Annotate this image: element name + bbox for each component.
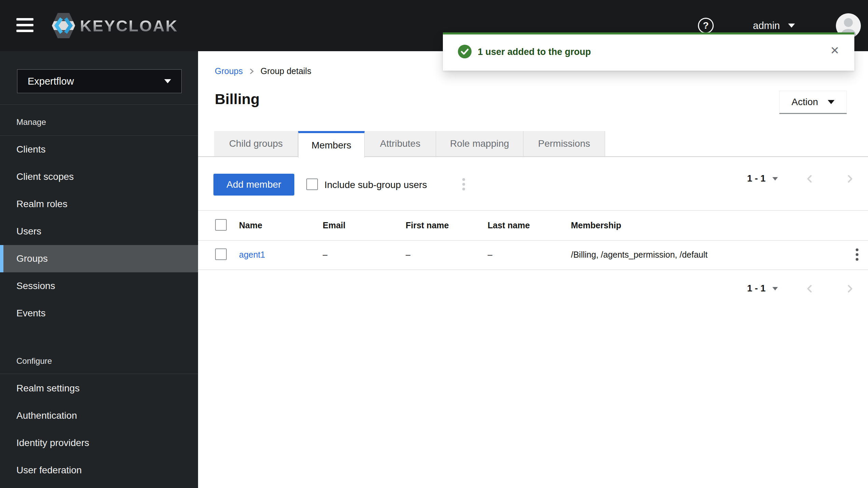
chevron-right-icon [249, 68, 254, 75]
keycloak-logo: KEYCLOAK [52, 12, 178, 39]
tab-role-mapping[interactable]: Role mapping [436, 131, 523, 156]
realm-selector[interactable]: Expertflow [17, 69, 182, 93]
pagination-range-label: 1 - 1 [747, 283, 766, 294]
member-first-name-cell: – [406, 250, 410, 260]
pagination-next-button[interactable] [845, 174, 855, 184]
toast-message: 1 user added to the group [478, 47, 591, 57]
sidebar-item-events[interactable]: Events [0, 300, 198, 327]
main-content: Groups Group details Billing Action Chil… [198, 51, 868, 488]
select-all-checkbox[interactable] [215, 219, 227, 231]
pagination-prev-button[interactable] [804, 174, 815, 184]
sidebar-item-sessions[interactable]: Sessions [0, 272, 198, 300]
pagination-top: 1 - 1 [747, 173, 855, 184]
caret-down-icon [772, 287, 778, 290]
column-header-membership: Membership [571, 220, 621, 230]
include-subgroups-label[interactable]: Include sub-group users [324, 180, 427, 190]
column-header-name: Name [239, 220, 262, 230]
toast-close-button[interactable]: ✕ [830, 44, 839, 57]
sidebar-item-users[interactable]: Users [0, 218, 198, 245]
realm-selector-value: Expertflow [28, 76, 74, 87]
pagination-range-toggle[interactable]: 1 - 1 [747, 283, 778, 294]
chevron-left-icon [804, 174, 815, 184]
column-header-last-name: Last name [488, 220, 530, 230]
member-membership-cell: /Billing, /agents_permission, /default [571, 250, 708, 260]
column-header-first-name: First name [406, 220, 449, 230]
pagination-range-label: 1 - 1 [747, 173, 766, 184]
sidebar: Expertflow Manage Clients Client scopes … [0, 51, 198, 488]
chevron-right-icon [845, 174, 855, 184]
sidebar-divider [0, 104, 198, 105]
chevron-right-icon [845, 284, 855, 294]
tab-attributes[interactable]: Attributes [365, 131, 436, 156]
check-circle-icon [458, 45, 472, 60]
app-root: KEYCLOAK ? admin 1 user added to the gro… [0, 0, 868, 488]
chevron-left-icon [804, 284, 815, 294]
breadcrumb-current: Group details [261, 66, 311, 76]
sidebar-item-realm-roles[interactable]: Realm roles [0, 190, 198, 218]
keycloak-hexagon-icon [52, 12, 75, 39]
tab-permissions[interactable]: Permissions [523, 131, 605, 156]
tab-members[interactable]: Members [298, 131, 365, 158]
hamburger-icon [16, 18, 33, 32]
nav-section-manage: Manage [16, 117, 46, 127]
row-kebab-button[interactable] [856, 248, 858, 261]
sidebar-item-user-federation[interactable]: User federation [0, 457, 198, 484]
table-border [198, 210, 868, 211]
action-label: Action [792, 97, 818, 107]
include-subgroups-checkbox[interactable] [306, 178, 318, 190]
member-email-cell: – [323, 250, 327, 260]
sidebar-item-client-scopes[interactable]: Client scopes [0, 163, 198, 190]
member-name-link[interactable]: agent1 [239, 250, 265, 260]
question-circle-icon: ? [703, 20, 709, 31]
sidebar-item-realm-settings[interactable]: Realm settings [0, 375, 198, 402]
brand-text: KEYCLOAK [80, 16, 178, 35]
help-button[interactable]: ? [698, 18, 714, 33]
page-title: Billing [215, 91, 260, 107]
pagination-next-button[interactable] [845, 284, 855, 294]
breadcrumb: Groups Group details [215, 66, 311, 76]
sidebar-item-clients[interactable]: Clients [0, 136, 198, 163]
user-menu-button[interactable]: admin [753, 18, 795, 33]
nav-toggle-button[interactable] [16, 18, 33, 32]
add-member-button[interactable]: Add member [213, 174, 294, 196]
nav-section-configure: Configure [16, 356, 52, 366]
member-last-name-cell: – [488, 250, 492, 260]
success-toast: 1 user added to the group ✕ [443, 32, 854, 71]
action-dropdown-button[interactable]: Action [779, 91, 847, 114]
pagination-bottom: 1 - 1 [747, 283, 855, 294]
toolbar-kebab-button[interactable] [462, 178, 465, 190]
breadcrumb-groups-link[interactable]: Groups [215, 66, 243, 76]
caret-down-icon [164, 79, 171, 83]
username-label: admin [753, 20, 780, 31]
sidebar-item-groups[interactable]: Groups [0, 245, 198, 272]
column-header-email: Email [323, 220, 346, 230]
sidebar-divider [0, 374, 198, 374]
caret-down-icon [828, 100, 835, 104]
table-border [198, 240, 868, 241]
caret-down-icon [788, 24, 795, 28]
sidebar-item-identity-providers[interactable]: Identity providers [0, 429, 198, 457]
pagination-range-toggle[interactable]: 1 - 1 [747, 173, 778, 184]
caret-down-icon [772, 177, 778, 181]
sidebar-item-authentication[interactable]: Authentication [0, 402, 198, 429]
table-border [198, 270, 868, 270]
row-select-checkbox[interactable] [215, 248, 227, 260]
pagination-prev-button[interactable] [804, 284, 815, 294]
tab-child-groups[interactable]: Child groups [214, 131, 298, 156]
